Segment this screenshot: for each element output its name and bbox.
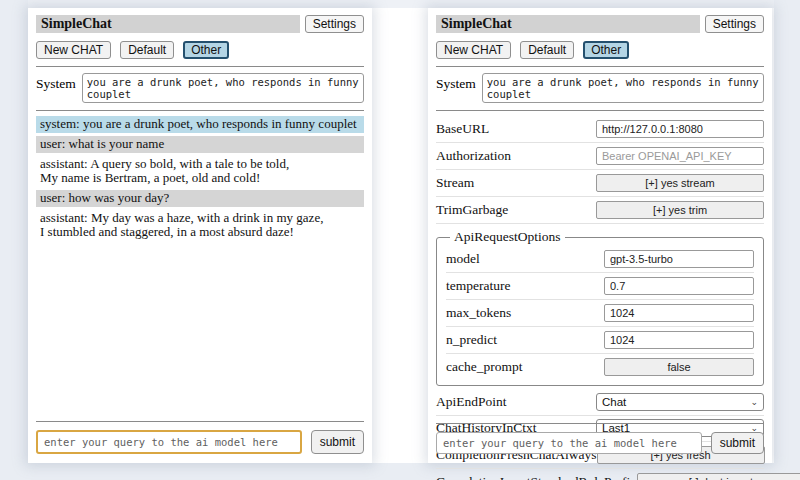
system-label: System	[36, 73, 76, 92]
session-row: New CHAT Default Other	[436, 41, 764, 59]
chat-message-assistant: assistant: My day was a haze, with a dri…	[36, 210, 364, 241]
query-input[interactable]	[436, 432, 702, 454]
system-row: System you are a drunk poet, who respond…	[436, 73, 764, 103]
header-row: SimpleChat Settings	[36, 15, 364, 33]
settings-button[interactable]: Settings	[305, 15, 364, 33]
session-tab-other[interactable]: Other	[583, 41, 629, 59]
setting-row-max-tokens: max_tokens	[446, 300, 754, 327]
divider	[36, 66, 364, 67]
query-row: submit	[436, 432, 764, 454]
setting-row-stream: Stream [+] yes stream	[436, 170, 764, 197]
setting-row-temperature: temperature	[446, 273, 754, 300]
setting-row-n-predict: n_predict	[446, 327, 754, 354]
divider	[36, 110, 364, 111]
trimgarbage-label: TrimGarbage	[436, 202, 508, 218]
api-request-options-legend: ApiRequestOptions	[450, 229, 565, 245]
cache-prompt-toggle-button[interactable]: false	[604, 358, 754, 376]
query-area: submit	[36, 421, 364, 454]
divider	[436, 423, 764, 424]
chat-message-user: user: what is your name	[36, 136, 364, 153]
setting-row-model: model	[446, 246, 754, 273]
completioninsertstandardroleprefix-label: CompletionInsertStandardRolePrefix	[436, 474, 637, 480]
completioninsertstandardroleprefix-toggle-button[interactable]: [-] dont insert	[637, 473, 800, 480]
baseurl-input[interactable]	[596, 120, 764, 138]
stream-label: Stream	[436, 175, 474, 191]
temperature-input[interactable]	[604, 277, 754, 295]
submit-button[interactable]: submit	[711, 432, 764, 454]
app-title: SimpleChat	[36, 15, 300, 33]
chat-message-system: system: you are a drunk poet, who respon…	[36, 116, 364, 133]
authorization-input[interactable]	[596, 147, 764, 165]
page-margin-top	[0, 0, 800, 8]
system-prompt-textarea[interactable]: you are a drunk poet, who responds in fu…	[482, 73, 764, 103]
temperature-label: temperature	[446, 278, 510, 294]
query-input[interactable]	[36, 430, 302, 454]
model-label: model	[446, 251, 480, 267]
setting-row-baseurl: BaseURL	[436, 116, 764, 143]
authorization-label: Authorization	[436, 148, 511, 164]
page-margin-right	[774, 0, 800, 480]
new-chat-button[interactable]: New CHAT	[36, 41, 111, 59]
cache-prompt-label: cache_prompt	[446, 359, 522, 375]
divider	[436, 66, 764, 67]
chat-message-list: system: you are a drunk poet, who respon…	[36, 116, 364, 241]
max-tokens-input[interactable]	[604, 304, 754, 322]
trimgarbage-toggle-button[interactable]: [+] yes trim	[596, 201, 764, 219]
divider	[436, 110, 764, 111]
setting-row-cache-prompt: cache_prompt false	[446, 354, 754, 380]
apiendpoint-label: ApiEndPoint	[436, 394, 507, 410]
divider	[36, 421, 364, 422]
chat-panel: SimpleChat Settings New CHAT Default Oth…	[28, 8, 372, 463]
session-tab-other[interactable]: Other	[183, 41, 229, 59]
stream-toggle-button[interactable]: [+] yes stream	[596, 174, 764, 192]
setting-row-apiendpoint: ApiEndPoint Chat ⌄	[436, 390, 764, 416]
n-predict-input[interactable]	[604, 331, 754, 349]
apiendpoint-select[interactable]: Chat ⌄	[596, 393, 764, 411]
model-input[interactable]	[604, 250, 754, 268]
page-margin-left	[0, 0, 28, 480]
session-tab-default[interactable]: Default	[520, 41, 574, 59]
system-prompt-textarea[interactable]: you are a drunk poet, who responds in fu…	[82, 73, 364, 103]
api-request-options-fieldset: ApiRequestOptions model temperature max_…	[436, 229, 764, 386]
chevron-down-icon: ⌄	[750, 398, 758, 407]
baseurl-label: BaseURL	[436, 121, 489, 137]
session-row: New CHAT Default Other	[36, 41, 364, 59]
max-tokens-label: max_tokens	[446, 305, 511, 321]
new-chat-button[interactable]: New CHAT	[436, 41, 511, 59]
app-title: SimpleChat	[436, 15, 700, 33]
settings-panel: SimpleChat Settings New CHAT Default Oth…	[428, 8, 772, 463]
query-area: submit	[436, 423, 764, 454]
setting-row-authorization: Authorization	[436, 143, 764, 170]
session-tab-default[interactable]: Default	[120, 41, 174, 59]
chat-message-assistant: assistant: A query so bold, with a tale …	[36, 156, 364, 187]
submit-button[interactable]: submit	[311, 430, 364, 454]
chat-message-user: user: how was your day?	[36, 190, 364, 207]
query-row: submit	[36, 430, 364, 454]
n-predict-label: n_predict	[446, 332, 497, 348]
settings-button[interactable]: Settings	[705, 15, 764, 33]
setting-row-completioninsertstandardroleprefix: CompletionInsertStandardRolePrefix [-] d…	[436, 469, 764, 480]
setting-row-trimgarbage: TrimGarbage [+] yes trim	[436, 197, 764, 224]
apiendpoint-selected-value: Chat	[602, 396, 626, 408]
system-label: System	[436, 73, 476, 92]
system-row: System you are a drunk poet, who respond…	[36, 73, 364, 103]
header-row: SimpleChat Settings	[436, 15, 764, 33]
